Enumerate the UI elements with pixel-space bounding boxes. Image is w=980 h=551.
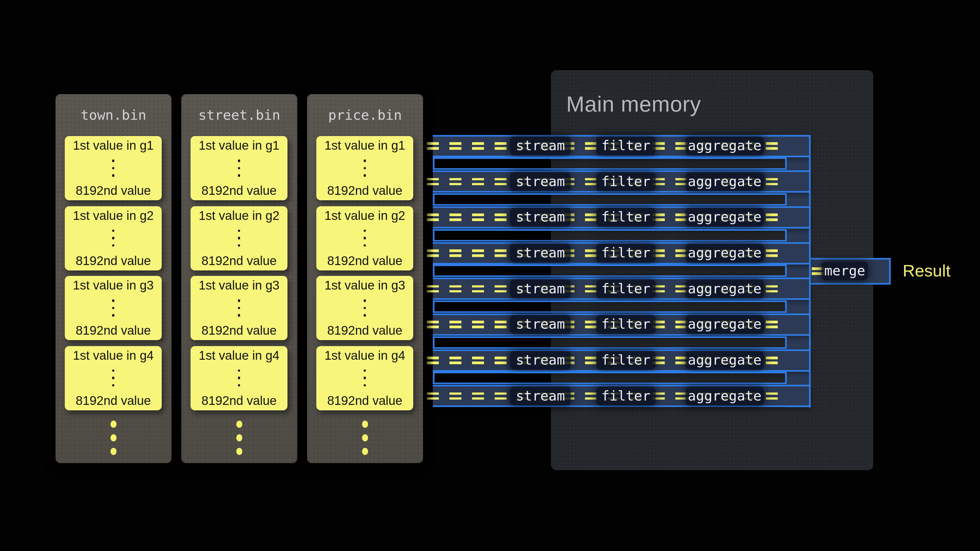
value-group-card: 1st value in g3 8192nd value: [191, 276, 288, 340]
stream-chip: stream: [510, 351, 571, 370]
pipeline-row: stream filter aggregate: [433, 385, 811, 407]
group-first-value-label: 1st value in g1: [73, 138, 154, 153]
group-first-value-label: 1st value in g1: [325, 138, 405, 153]
file-name-label: street.bin: [181, 108, 297, 122]
stream-chip: stream: [510, 137, 571, 155]
more-values-ellipsis-icon: [364, 300, 366, 317]
stream-chip: stream: [510, 172, 571, 191]
value-group-card: 1st value in g1 8192nd value: [65, 136, 162, 200]
aggregate-chip: aggregate: [686, 244, 764, 262]
more-values-ellipsis-icon: [112, 160, 115, 177]
filter-chip: filter: [596, 351, 655, 370]
pipeline-spacer: [433, 336, 787, 349]
aggregate-chip: aggregate: [686, 280, 764, 298]
value-group-card: 1st value in g1 8192nd value: [191, 136, 288, 200]
filter-chip: filter: [596, 244, 655, 262]
value-group-list: 1st value in g1 8192nd value 1st value i…: [65, 136, 162, 410]
result-label: Result: [903, 258, 951, 284]
pipeline-row: stream filter aggregate: [433, 206, 811, 229]
value-group-list: 1st value in g1 8192nd value 1st value i…: [191, 136, 288, 410]
group-last-value-label: 8192nd value: [202, 323, 277, 338]
diagram-canvas: Main memory town.bin 1st value in g1 819…: [0, 0, 980, 551]
aggregate-chip: aggregate: [686, 387, 764, 405]
group-first-value-label: 1st value in g2: [73, 208, 154, 223]
stream-chip: stream: [510, 280, 571, 298]
group-first-value-label: 1st value in g3: [325, 278, 405, 293]
more-values-ellipsis-icon: [364, 160, 366, 177]
group-first-value-label: 1st value in g4: [325, 348, 405, 363]
aggregate-chip: aggregate: [686, 351, 764, 370]
group-first-value-label: 1st value in g1: [199, 138, 280, 153]
group-last-value-label: 8192nd value: [327, 183, 402, 198]
filter-chip: filter: [596, 172, 655, 191]
pipeline-spacer: [433, 300, 787, 313]
pipeline-spacer: [433, 229, 787, 241]
pipeline-spacer: [433, 193, 787, 206]
group-first-value-label: 1st value in g4: [73, 348, 154, 363]
file-name-label: price.bin: [307, 108, 423, 122]
merge-band: merge: [811, 258, 891, 284]
aggregate-chip: aggregate: [686, 137, 764, 155]
pipeline-row: stream filter aggregate: [433, 313, 811, 336]
file-panel: price.bin 1st value in g1 8192nd value 1…: [307, 94, 423, 463]
stream-chip: stream: [510, 208, 571, 227]
stream-chip: stream: [510, 244, 571, 262]
pipeline-spacer: [433, 265, 787, 277]
filter-chip: filter: [596, 208, 655, 227]
value-group-card: 1st value in g4 8192nd value: [316, 346, 413, 410]
group-first-value-label: 1st value in g4: [199, 348, 280, 363]
value-group-card: 1st value in g3 8192nd value: [65, 276, 162, 340]
pipeline-container: stream filter aggregate stream filter ag…: [433, 135, 811, 407]
more-values-ellipsis-icon: [112, 300, 115, 317]
value-group-card: 1st value in g4 8192nd value: [65, 346, 162, 410]
more-values-ellipsis-icon: [112, 230, 115, 247]
filter-chip: filter: [596, 387, 655, 405]
pipeline-row: stream filter aggregate: [433, 349, 811, 372]
group-last-value-label: 8192nd value: [327, 323, 402, 338]
merge-chip: merge: [822, 262, 868, 281]
filter-chip: filter: [596, 280, 655, 298]
more-groups-ellipsis-icon: [307, 421, 423, 455]
pipeline-row: stream filter aggregate: [433, 135, 811, 157]
filter-chip: filter: [596, 137, 655, 155]
aggregate-chip: aggregate: [686, 315, 764, 334]
more-groups-ellipsis-icon: [181, 421, 297, 455]
value-group-card: 1st value in g4 8192nd value: [191, 346, 288, 410]
aggregate-chip: aggregate: [686, 208, 764, 227]
group-first-value-label: 1st value in g3: [199, 278, 280, 293]
value-group-card: 1st value in g2 8192nd value: [65, 206, 162, 270]
group-last-value-label: 8192nd value: [76, 393, 151, 408]
main-memory-title: Main memory: [566, 92, 701, 116]
pipeline-row: stream filter aggregate: [433, 170, 811, 193]
more-groups-ellipsis-icon: [56, 421, 172, 455]
pipeline-spacer: [433, 157, 787, 170]
group-last-value-label: 8192nd value: [327, 253, 402, 268]
value-group-card: 1st value in g2 8192nd value: [191, 206, 288, 270]
group-last-value-label: 8192nd value: [76, 183, 151, 198]
more-values-ellipsis-icon: [238, 370, 240, 387]
more-values-ellipsis-icon: [238, 300, 240, 317]
group-last-value-label: 8192nd value: [202, 183, 277, 198]
file-name-label: town.bin: [56, 108, 172, 122]
filter-chip: filter: [596, 315, 655, 334]
group-last-value-label: 8192nd value: [76, 323, 151, 338]
group-last-value-label: 8192nd value: [76, 253, 151, 268]
group-last-value-label: 8192nd value: [202, 393, 277, 408]
pipeline-row: stream filter aggregate: [433, 242, 811, 264]
group-first-value-label: 1st value in g3: [73, 278, 154, 293]
more-values-ellipsis-icon: [364, 230, 366, 247]
group-first-value-label: 1st value in g2: [325, 208, 405, 223]
pipeline-spacer: [433, 372, 787, 384]
stream-chip: stream: [510, 387, 571, 405]
file-panel: street.bin 1st value in g1 8192nd value …: [181, 94, 297, 463]
pipeline-row: stream filter aggregate: [433, 278, 811, 300]
more-values-ellipsis-icon: [238, 160, 240, 177]
value-group-card: 1st value in g1 8192nd value: [316, 136, 413, 200]
aggregate-chip: aggregate: [686, 172, 764, 191]
group-first-value-label: 1st value in g2: [199, 208, 280, 223]
file-panel: town.bin 1st value in g1 8192nd value 1s…: [56, 94, 172, 463]
group-last-value-label: 8192nd value: [327, 393, 402, 408]
more-values-ellipsis-icon: [238, 230, 240, 247]
group-last-value-label: 8192nd value: [202, 253, 277, 268]
value-group-card: 1st value in g3 8192nd value: [316, 276, 413, 340]
